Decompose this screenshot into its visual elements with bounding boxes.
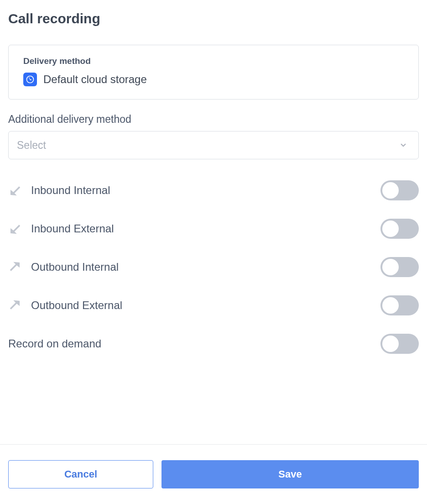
toggle-row-record-on-demand: Record on demand (8, 325, 419, 363)
toggle-knob (382, 336, 399, 352)
toggle-label: Inbound Internal (31, 184, 110, 197)
toggle-inbound-external[interactable] (380, 219, 419, 239)
additional-delivery-label: Additional delivery method (8, 113, 419, 126)
delivery-method-label: Delivery method (23, 56, 404, 66)
toggle-knob (382, 182, 399, 199)
delivery-method-value-row: Default cloud storage (23, 73, 404, 86)
save-button[interactable]: Save (161, 460, 419, 488)
toggle-inbound-internal[interactable] (380, 180, 419, 200)
arrow-inbound-icon (8, 184, 22, 197)
delivery-method-value: Default cloud storage (43, 73, 147, 86)
page-title: Call recording (8, 11, 419, 26)
toggle-knob (382, 220, 399, 237)
toggle-knob (382, 259, 399, 275)
toggle-label: Inbound External (31, 222, 114, 235)
toggle-knob (382, 297, 399, 314)
arrow-outbound-icon (8, 299, 22, 312)
toggle-label: Outbound External (31, 299, 122, 312)
select-placeholder: Select (17, 139, 46, 152)
toggle-row-inbound-internal: Inbound Internal (8, 171, 419, 210)
toggle-outbound-external[interactable] (380, 295, 419, 315)
toggle-row-outbound-internal: Outbound Internal (8, 248, 419, 286)
footer: Cancel Save (0, 444, 427, 504)
toggle-row-outbound-external: Outbound External (8, 286, 419, 325)
toggle-row-inbound-external: Inbound External (8, 210, 419, 248)
toggle-record-on-demand[interactable] (380, 334, 419, 354)
arrow-outbound-icon (8, 260, 22, 274)
delivery-method-card: Delivery method Default cloud storage (8, 45, 419, 100)
toggle-outbound-internal[interactable] (380, 257, 419, 277)
additional-delivery-select[interactable]: Select (8, 131, 419, 159)
toggle-label: Outbound Internal (31, 261, 119, 273)
phone-icon (23, 73, 37, 86)
chevron-down-icon (399, 141, 407, 149)
toggle-label: Record on demand (8, 337, 101, 350)
cancel-button[interactable]: Cancel (8, 460, 153, 488)
arrow-inbound-icon (8, 222, 22, 236)
